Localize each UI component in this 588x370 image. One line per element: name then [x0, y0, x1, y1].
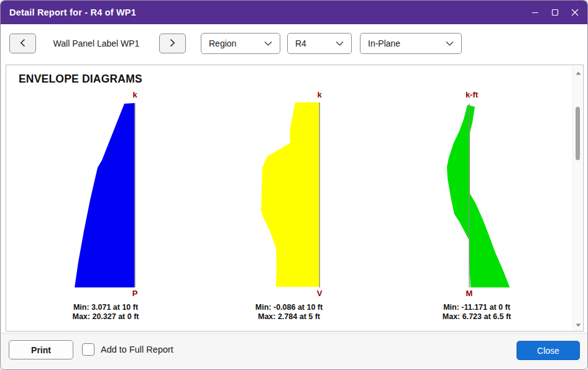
- titlebar[interactable]: Detail Report for - R4 of WP1: [1, 1, 587, 24]
- report-panel: ENVELOPE DIAGRAMS k P Min: 3.071 at 10 f…: [6, 65, 584, 332]
- scrollbar-thumb[interactable]: [576, 107, 580, 160]
- moment-max-text: Max: 6.723 at 6.5 ft: [415, 312, 539, 322]
- plane-select[interactable]: In-Plane: [360, 33, 462, 54]
- shear-unit-label: k: [306, 90, 333, 99]
- axial-minmax: Min: 3.071 at 10 ft Max: 20.327 at 0 ft: [44, 303, 168, 322]
- close-button[interactable]: Close: [517, 341, 580, 360]
- report-heading: ENVELOPE DIAGRAMS: [19, 73, 142, 86]
- moment-min-text: Min: -11.171 at 0 ft: [415, 303, 539, 312]
- shear-minmax: Min: -0.086 at 10 ft Max: 2.784 at 5 ft: [227, 303, 351, 322]
- scroll-up-icon: [576, 66, 581, 78]
- shear-envelope-shape: [261, 102, 319, 287]
- add-to-report-label: Add to Full Report: [101, 345, 173, 354]
- chevron-left-icon: [20, 38, 25, 49]
- moment-minmax: Min: -11.171 at 0 ft Max: 6.723 at 6.5 f…: [415, 303, 539, 322]
- chevron-down-icon: [446, 41, 461, 46]
- axial-max-text: Max: 20.327 at 0 ft: [44, 312, 168, 322]
- axial-min-text: Min: 3.071 at 10 ft: [44, 303, 168, 312]
- shear-diagram: [256, 99, 328, 292]
- close-icon: [571, 9, 579, 16]
- scroll-down-button[interactable]: [573, 320, 583, 328]
- axial-axis-label: P: [121, 289, 149, 298]
- detail-report-window: Detail Report for - R4 of WP1: [0, 0, 588, 370]
- moment-unit-label: k-ft: [458, 90, 485, 99]
- print-button[interactable]: Print: [9, 340, 73, 359]
- wall-panel-label: Wall Panel Label WP1: [53, 34, 140, 53]
- previous-panel-button[interactable]: [9, 34, 36, 53]
- region-type-value: Region: [201, 38, 264, 48]
- close-window-button[interactable]: [565, 1, 585, 24]
- footer-bar: Print Add to Full Report Close: [1, 333, 587, 369]
- axial-envelope-shape: [75, 103, 135, 287]
- scroll-down-icon: [576, 318, 581, 330]
- minimize-button[interactable]: [525, 1, 545, 24]
- region-number-select[interactable]: R4: [287, 33, 352, 54]
- maximize-button[interactable]: [545, 1, 565, 24]
- window-title: Detail Report for - R4 of WP1: [1, 7, 136, 17]
- shear-max-text: Max: 2.784 at 5 ft: [227, 312, 351, 322]
- plane-value: In-Plane: [361, 38, 446, 48]
- axial-unit-label: k: [121, 90, 149, 99]
- minimize-icon: [531, 9, 539, 16]
- chevron-right-icon: [170, 38, 175, 49]
- moment-envelope-shape: [447, 105, 510, 287]
- window-controls: [525, 1, 585, 24]
- region-number-value: R4: [288, 38, 336, 48]
- scroll-up-button[interactable]: [573, 68, 583, 76]
- shear-axis-label: V: [306, 289, 333, 298]
- add-to-report-checkbox[interactable]: [82, 343, 94, 356]
- maximize-icon: [551, 9, 559, 16]
- chevron-down-icon: [264, 41, 280, 46]
- chevron-down-icon: [336, 41, 351, 46]
- shear-min-text: Min: -0.086 at 10 ft: [227, 303, 351, 312]
- region-type-select[interactable]: Region: [201, 33, 280, 54]
- next-panel-button[interactable]: [159, 34, 186, 53]
- toolbar: Wall Panel Label WP1 Region R4 In-Plane: [1, 24, 587, 65]
- moment-axis-label: M: [456, 289, 483, 298]
- vertical-scrollbar[interactable]: [572, 66, 582, 330]
- axial-diagram: [68, 99, 140, 292]
- moment-diagram: [443, 99, 517, 292]
